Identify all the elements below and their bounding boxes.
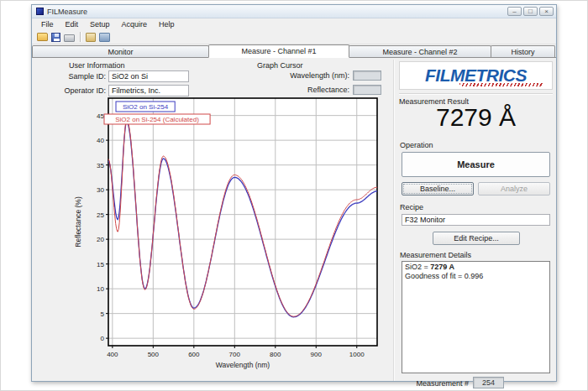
analyze-button[interactable]: Analyze	[478, 182, 550, 196]
toolbar	[32, 30, 556, 44]
save-icon[interactable]	[51, 33, 60, 42]
pane-separator	[393, 60, 394, 381]
title-bar: FILMeasure – □ ×	[32, 5, 556, 18]
svg-text:600: 600	[188, 351, 200, 358]
details-line-1: SiO2 = 7279 A	[405, 263, 547, 272]
cursor-wavelength-label: Wavelength (nm):	[274, 71, 349, 80]
svg-text:700: 700	[229, 351, 241, 358]
window-title: FILMeasure	[47, 8, 506, 16]
print-icon[interactable]	[64, 34, 75, 42]
reflectance-chart[interactable]: 0510152025303540454005006007008009001000…	[72, 91, 395, 380]
svg-text:25: 25	[97, 211, 104, 219]
maximize-button[interactable]: □	[523, 7, 538, 16]
tab-history[interactable]: History	[491, 45, 555, 57]
menu-item-file[interactable]: File	[35, 19, 60, 29]
edit-recipe-button[interactable]: Edit Recipe...	[433, 232, 520, 245]
open-icon[interactable]	[37, 33, 48, 41]
svg-text:15: 15	[97, 261, 104, 268]
measure-channel-1-page: User Information Sample ID: Operator ID:…	[32, 60, 556, 381]
svg-text:500: 500	[148, 351, 160, 358]
measurement-number-label: Measurement #	[368, 379, 469, 388]
app-window: FILMeasure – □ × File Edit Setup Acquire…	[31, 4, 557, 382]
cursor-wavelength-readout	[353, 70, 381, 81]
tab-measure-channel-1[interactable]: Measure - Channel #1	[208, 44, 349, 58]
toolbar-separator	[80, 32, 81, 42]
graph-cursor-title: Graph Cursor	[257, 61, 303, 70]
separator-line	[399, 93, 553, 95]
svg-text:900: 900	[311, 351, 323, 358]
user-information-title: User Information	[69, 61, 125, 70]
tab-strip: Monitor Measure - Channel #1 Measure - C…	[32, 44, 556, 58]
svg-text:SiO2 on Si-254 (Calculated): SiO2 on Si-254 (Calculated)	[115, 116, 199, 123]
settings-icon[interactable]	[86, 33, 96, 42]
close-button[interactable]: ×	[539, 7, 554, 16]
measurement-number-value: 254	[473, 377, 504, 388]
svg-text:10: 10	[97, 285, 104, 293]
menu-item-setup[interactable]: Setup	[84, 19, 116, 29]
sample-id-input[interactable]	[108, 70, 189, 82]
recipe-input[interactable]	[402, 214, 550, 226]
svg-text:40: 40	[97, 137, 104, 144]
svg-text:400: 400	[107, 351, 118, 358]
svg-text:Wavelength (nm): Wavelength (nm)	[216, 361, 270, 369]
measurement-details-box: SiO2 = 7279 A Goodness of fit = 0.996	[402, 261, 550, 373]
menu-item-edit[interactable]: Edit	[60, 19, 85, 29]
minimize-button[interactable]: –	[507, 7, 522, 16]
filmetrics-logo: FILMETRICS	[399, 61, 553, 90]
operation-title: Operation	[400, 141, 433, 149]
details-line-2: Goodness of fit = 0.996	[405, 272, 547, 281]
menu-item-acquire[interactable]: Acquire	[116, 19, 154, 29]
svg-text:1000: 1000	[349, 351, 365, 358]
tab-measure-channel-2[interactable]: Measure - Channel #2	[349, 45, 491, 57]
measurement-details-title: Measurement Details	[400, 251, 471, 259]
svg-text:45: 45	[97, 112, 104, 120]
svg-text:800: 800	[270, 351, 281, 358]
app-icon	[36, 8, 44, 15]
sample-id-label: Sample ID:	[54, 72, 106, 81]
menu-bar: File Edit Setup Acquire Help	[32, 18, 556, 30]
svg-text:30: 30	[97, 186, 104, 194]
measurement-result-value: 7279 Å	[399, 103, 553, 132]
baseline-button[interactable]: Baseline...	[402, 182, 474, 196]
measure-button[interactable]: Measure	[402, 152, 550, 177]
svg-text:35: 35	[97, 162, 104, 169]
filmetrics-logo-hatch	[459, 83, 543, 86]
tab-monitor[interactable]: Monitor	[32, 45, 209, 57]
recipe-title: Recipe	[400, 203, 423, 211]
svg-text:20: 20	[97, 236, 104, 243]
svg-text:5: 5	[101, 310, 105, 318]
capture-icon[interactable]	[99, 33, 110, 42]
svg-text:Reflectance (%): Reflectance (%)	[74, 196, 82, 248]
menu-item-help[interactable]: Help	[153, 19, 181, 29]
svg-text:0: 0	[101, 335, 105, 342]
svg-text:SiO2 on Si-254: SiO2 on Si-254	[123, 103, 169, 111]
